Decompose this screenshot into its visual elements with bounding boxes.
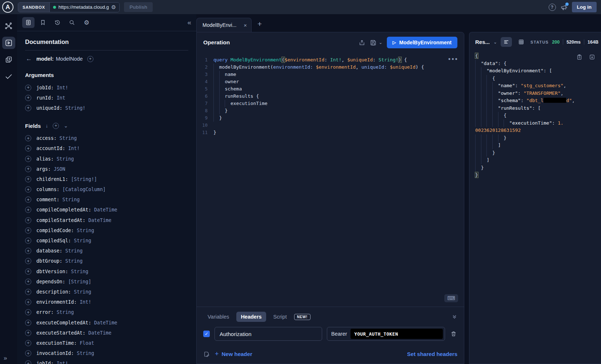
response-dropdown-chevron-icon[interactable]: ⌄ bbox=[493, 40, 497, 45]
field-type[interactable]: [CatalogColumn] bbox=[63, 187, 106, 192]
add-to-query-button[interactable]: + bbox=[25, 85, 31, 91]
add-to-query-button[interactable]: + bbox=[25, 258, 31, 264]
announcements-button[interactable] bbox=[560, 4, 568, 11]
field-type[interactable]: [String!] bbox=[71, 177, 97, 182]
add-to-query-button[interactable]: + bbox=[25, 320, 31, 326]
field-row[interactable]: +environmentId:Int! bbox=[25, 297, 188, 307]
add-to-query-button[interactable]: + bbox=[25, 360, 31, 364]
search-tab-button[interactable] bbox=[66, 17, 78, 28]
add-to-query-button[interactable]: + bbox=[25, 268, 31, 275]
field-type[interactable]: String bbox=[74, 238, 91, 243]
field-type[interactable]: DateTime bbox=[88, 218, 112, 223]
field-type[interactable]: String bbox=[60, 136, 77, 141]
delete-header-button[interactable] bbox=[450, 331, 457, 337]
run-operation-button[interactable]: ▷ ModelByEnvironment bbox=[387, 37, 457, 48]
field-row[interactable]: +executeCompletedAt:DateTime bbox=[25, 318, 188, 328]
add-to-query-button[interactable]: + bbox=[25, 207, 31, 213]
tab-script[interactable]: Script bbox=[269, 312, 291, 322]
history-tab-button[interactable] bbox=[51, 17, 64, 28]
add-to-query-button[interactable]: + bbox=[25, 309, 31, 315]
nav-collections-button[interactable] bbox=[2, 53, 15, 66]
set-shared-headers-link[interactable]: Set shared headers bbox=[407, 351, 457, 357]
documentation-tab-button[interactable] bbox=[22, 17, 35, 28]
endpoint-url-text[interactable]: https://metadata.cloud.getd bbox=[59, 4, 109, 10]
response-dropdown-label[interactable]: Res... bbox=[475, 39, 490, 45]
field-type[interactable]: String bbox=[63, 197, 80, 202]
share-operation-button[interactable] bbox=[358, 39, 365, 46]
add-to-query-button[interactable]: + bbox=[25, 227, 31, 234]
add-model-button[interactable]: + bbox=[87, 56, 93, 62]
code-line[interactable]: 6runResults { bbox=[197, 93, 464, 100]
field-type[interactable]: String bbox=[71, 269, 88, 274]
code-line[interactable]: 4owner bbox=[197, 78, 464, 85]
add-to-query-button[interactable]: + bbox=[25, 279, 31, 285]
field-row[interactable]: +dbtGroup:String bbox=[25, 256, 188, 266]
field-row[interactable]: +invocationId:String bbox=[25, 348, 188, 359]
field-row[interactable]: +dependsOn:[String] bbox=[25, 276, 188, 287]
add-to-query-button[interactable]: + bbox=[25, 135, 31, 141]
add-to-query-button[interactable]: + bbox=[25, 95, 31, 101]
code-line[interactable]: 11} bbox=[197, 129, 464, 136]
field-row[interactable]: +childrenL1:[String!] bbox=[25, 174, 188, 184]
field-row[interactable]: +compileStartedAt:DateTime bbox=[25, 215, 188, 225]
tab-headers[interactable]: Headers bbox=[236, 312, 266, 322]
new-header-button[interactable]: + New header bbox=[215, 350, 252, 358]
collapse-doc-panel-button[interactable]: « bbox=[187, 19, 191, 27]
field-type[interactable]: Int! bbox=[80, 299, 91, 305]
auth-token-value[interactable]: YOUR_AUTH_TOKEN bbox=[350, 329, 443, 339]
login-button[interactable]: Log in bbox=[572, 2, 597, 12]
code-line[interactable]: 1query ModelByEnvironment($environmentId… bbox=[197, 56, 464, 64]
argument-row[interactable]: +uniqueId:String! bbox=[25, 103, 188, 113]
add-to-query-button[interactable]: + bbox=[25, 217, 31, 223]
field-row[interactable]: +alias:String bbox=[25, 154, 188, 164]
field-row[interactable]: +error:String bbox=[25, 307, 188, 318]
add-to-query-button[interactable]: + bbox=[25, 186, 31, 193]
field-type[interactable]: String! bbox=[65, 105, 85, 111]
field-type[interactable]: String bbox=[57, 310, 74, 315]
sort-fields-icon[interactable]: ↓ bbox=[45, 123, 48, 129]
field-type[interactable]: String bbox=[65, 248, 83, 254]
nav-checklist-button[interactable] bbox=[2, 70, 15, 82]
field-row[interactable]: +compileCompletedAt:DateTime bbox=[25, 205, 188, 215]
field-row[interactable]: +compiledSql:String bbox=[25, 235, 188, 246]
close-tab-icon[interactable]: × bbox=[244, 22, 247, 28]
back-arrow-icon[interactable]: ← bbox=[26, 55, 32, 62]
field-type[interactable]: Int! bbox=[57, 361, 68, 364]
code-line[interactable]: 5schema bbox=[197, 85, 464, 93]
fields-options-chevron-icon[interactable]: ⌄ bbox=[64, 123, 68, 129]
settings-tab-button[interactable]: ⚙ bbox=[80, 17, 93, 28]
nav-schema-graph-button[interactable] bbox=[2, 20, 15, 32]
field-type[interactable]: String bbox=[57, 156, 74, 162]
format-table-button[interactable] bbox=[516, 37, 527, 47]
env-variables-button[interactable] bbox=[203, 351, 210, 357]
bookmarks-tab-button[interactable] bbox=[37, 17, 49, 28]
code-line[interactable]: 2modelByEnvironment(environmentId: $envi… bbox=[197, 64, 464, 71]
save-operation-button[interactable] bbox=[370, 39, 377, 46]
argument-row[interactable]: +jobId:Int! bbox=[25, 82, 188, 93]
field-type[interactable]: DateTime bbox=[88, 330, 112, 336]
field-type[interactable]: Float bbox=[80, 340, 94, 346]
argument-row[interactable]: +runId:Int bbox=[25, 93, 188, 103]
new-tab-button[interactable]: + bbox=[257, 20, 262, 28]
add-to-query-button[interactable]: + bbox=[25, 289, 31, 295]
endpoint-url-input[interactable]: https://metadata.cloud.getd ⚙ bbox=[50, 3, 119, 12]
field-row[interactable]: +compiledCode:String bbox=[25, 225, 188, 235]
field-type[interactable]: [String] bbox=[68, 279, 91, 284]
add-to-query-button[interactable]: + bbox=[25, 350, 31, 356]
add-to-query-button[interactable]: + bbox=[25, 248, 31, 254]
field-type[interactable]: JSON bbox=[54, 166, 65, 172]
collapse-request-section-button[interactable] bbox=[452, 314, 457, 320]
editor-options-button[interactable]: ••• bbox=[448, 56, 458, 62]
field-row[interactable]: +comment:String bbox=[25, 195, 188, 205]
field-row[interactable]: +executionTime:Float bbox=[25, 338, 188, 348]
code-line[interactable]: 8} bbox=[197, 107, 464, 114]
header-enabled-checkbox[interactable]: ✓ bbox=[203, 331, 210, 337]
keyboard-shortcuts-button[interactable]: ⌨ bbox=[444, 294, 458, 302]
field-type[interactable]: DateTime bbox=[94, 207, 117, 213]
operation-tab[interactable]: ModelByEnvi... × bbox=[196, 18, 252, 32]
code-line[interactable]: 10 bbox=[197, 122, 464, 129]
add-to-query-button[interactable]: + bbox=[25, 197, 31, 203]
field-type[interactable]: Int bbox=[57, 95, 65, 101]
field-row[interactable]: +executeStartedAt:DateTime bbox=[25, 328, 188, 338]
add-all-fields-button[interactable]: + bbox=[53, 123, 59, 129]
